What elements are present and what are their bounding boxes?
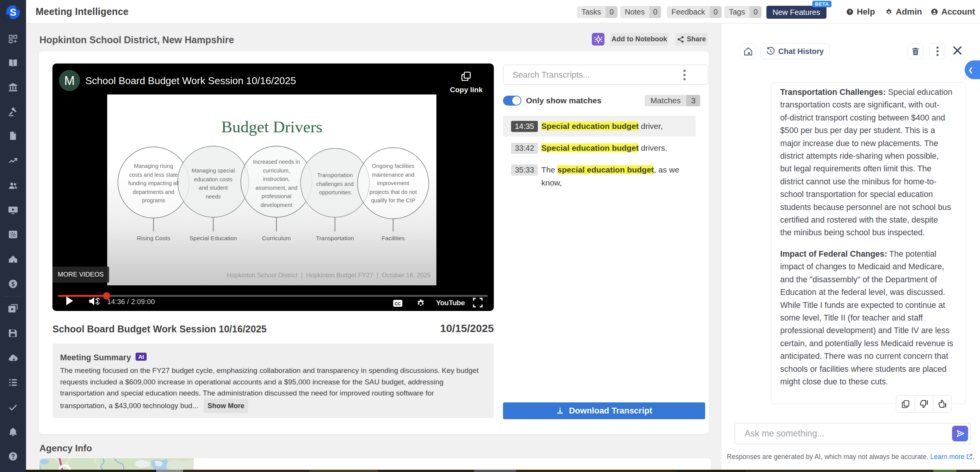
svg-text:?: ? bbox=[848, 9, 851, 14]
svg-text:CC: CC bbox=[395, 301, 401, 306]
svg-text:S: S bbox=[10, 7, 16, 18]
